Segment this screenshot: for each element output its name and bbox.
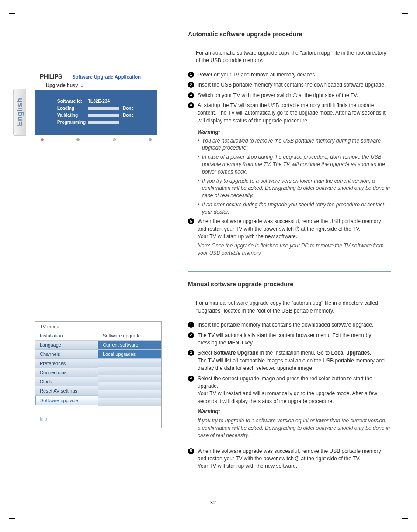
auto-title: Automatic software upgrade procedure (188, 31, 391, 38)
menu-key-label: MENU (228, 340, 243, 346)
note-text: Note: Once the upgrade is finished use y… (198, 242, 391, 257)
step-text: Select the correct upgrade image and pre… (198, 376, 372, 389)
step-text: Power off your TV and remove all memory … (198, 72, 316, 78)
step-text: Insert the USB portable memory that cont… (198, 82, 386, 88)
step-number-icon: 4 (188, 376, 194, 382)
bold-text: Software Upgrade (214, 350, 259, 356)
progress-validating (88, 114, 119, 117)
power-icon (295, 227, 299, 231)
step-number-icon: 2 (188, 332, 194, 338)
menu-item-highlighted: Current software (98, 341, 161, 350)
warning-item: If an error occurs during the upgrade yo… (198, 200, 391, 217)
menu-item: Preferences (35, 359, 98, 368)
step-text: key. (243, 340, 254, 346)
power-icon (293, 93, 297, 97)
menu-item: Channels (35, 350, 98, 359)
green-dot-icon (76, 138, 80, 141)
step-text: Switch on your TV with the power switch (198, 92, 293, 98)
warning-title: Warning: (198, 129, 391, 136)
right-column: Automatic software upgrade procedure For… (188, 31, 391, 472)
step-text: at the right side of the TV. (297, 92, 358, 98)
label-programming: Programming (57, 120, 84, 125)
tv-menu-footer: Info (35, 413, 161, 428)
step-text: Your TV will start up with the new softw… (198, 462, 391, 470)
brand-logo: PHILIPS (40, 73, 62, 80)
label-validating: Validating (57, 113, 84, 118)
menu-item: Connections (35, 368, 98, 377)
status-done: Done (123, 106, 136, 111)
step-number-icon: 4 (188, 102, 194, 108)
crop-mark (402, 13, 408, 19)
warning-title: Warning: (198, 408, 391, 415)
step-text: At startup the TV will scan the USB port… (198, 102, 386, 124)
menu-item: Language (35, 341, 98, 350)
step-number-icon: 1 (188, 322, 194, 328)
value-software-id: TL32E-234 (88, 99, 114, 104)
menu-item-highlighted: Local upgrades (98, 350, 161, 359)
label-loading: Loading (57, 106, 84, 111)
divider (188, 43, 391, 43)
step-text: at the right side of the TV. (299, 456, 360, 462)
color-buttons (35, 135, 157, 145)
step-number-icon: 2 (188, 82, 194, 88)
crop-mark (9, 513, 15, 519)
status-done: Done (123, 113, 136, 118)
app-status: Upgrade busy ... (46, 83, 153, 88)
blue-dot-icon (149, 138, 152, 141)
app-title: Software Upgrade Application (72, 74, 141, 80)
warning-text: If you try to upgrade to a software vers… (198, 417, 391, 440)
crop-mark (9, 13, 15, 19)
auto-section: Automatic software upgrade procedure For… (188, 31, 391, 258)
step-text: at the right side of the TV. (299, 226, 360, 232)
manual-title: Manual software upgrade procedure (188, 281, 391, 288)
red-dot-icon (41, 138, 44, 141)
upgrade-app-screenshot: PHILIPS Software Upgrade Application Upg… (35, 70, 157, 145)
menu-item: Reset AV settings (35, 386, 98, 396)
step-text: Your TV will start up with the new softw… (198, 233, 391, 240)
step-number-icon: 5 (188, 448, 194, 454)
label-software-id: Software Id: (57, 99, 84, 104)
bold-text: Local upgrades. (331, 350, 371, 356)
manual-section: Manual software upgrade procedure For a … (188, 281, 391, 471)
step-text: Your TV will restart and will automatica… (198, 390, 391, 405)
progress-programming (88, 121, 119, 124)
left-column: PHILIPS Software Upgrade Application Upg… (35, 31, 166, 145)
installation-header: Installation (35, 331, 98, 341)
warning-item: In case of a power drop during the upgra… (198, 153, 391, 176)
step-number-icon: 1 (188, 72, 194, 78)
language-tab: English (13, 89, 26, 136)
step-text: Select (198, 350, 214, 356)
step-text: The TV will list all compatible images a… (198, 357, 391, 372)
divider (188, 271, 391, 272)
page-content: English PHILIPS Software Upgrade Applica… (35, 31, 391, 506)
page-number: 32 (210, 499, 216, 506)
step-number-icon: 5 (188, 218, 194, 224)
divider (188, 293, 391, 293)
step-number-icon: 3 (188, 350, 194, 356)
software-upgrade-header: Software upgrade (98, 331, 161, 341)
step-text: Insert the portable memory that contains… (198, 322, 373, 328)
power-icon (295, 456, 299, 461)
yellow-dot-icon (113, 138, 116, 141)
auto-intro: For an automatic software upgrade copy t… (196, 49, 391, 65)
crop-mark (402, 513, 408, 519)
step-text: in the Installation menu. Go to (258, 350, 331, 356)
menu-item-selected: Software upgrade (35, 396, 98, 405)
step-text: The TV will automatically start the cont… (198, 332, 371, 346)
menu-item: Clock (35, 377, 98, 386)
warning-item: If you try to upgrade to a software vers… (198, 177, 391, 200)
step-number-icon: 3 (188, 92, 194, 98)
manual-intro: For a manual software upgrade copy the "… (196, 299, 391, 315)
warning-item: You are not allowed to remove the USB po… (198, 136, 391, 153)
progress-loading (88, 107, 119, 110)
tv-menu-screenshot: TV menu Installation Language Channels P… (35, 321, 162, 428)
tv-menu-header: TV menu (35, 322, 161, 331)
